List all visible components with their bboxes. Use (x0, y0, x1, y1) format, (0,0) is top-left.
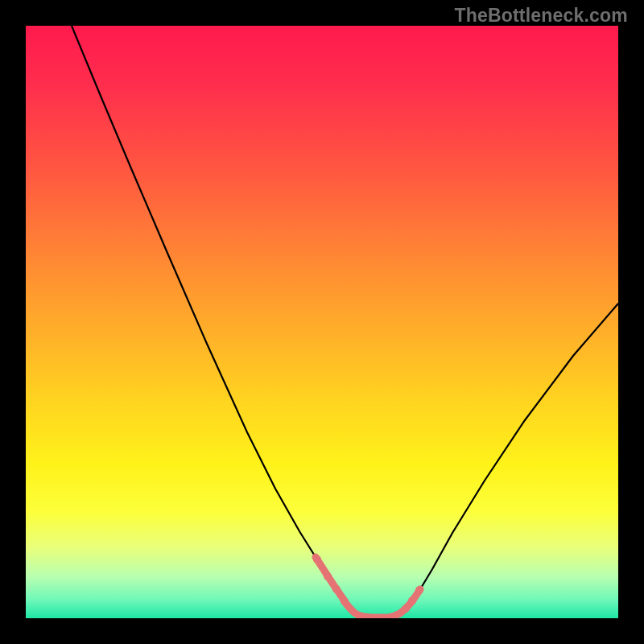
plot-area (26, 26, 618, 618)
marker-dot (324, 572, 332, 580)
marker-dot (408, 597, 416, 605)
bottleneck-curve (72, 26, 618, 617)
curve-layer (26, 26, 618, 618)
marker-dot (341, 597, 349, 605)
marker-dot (402, 605, 410, 613)
watermark-text: TheBottleneck.com (454, 5, 628, 27)
marker-dot (332, 585, 341, 593)
marker-dot (415, 586, 423, 594)
marker-dot (313, 555, 321, 564)
chart-stage: TheBottleneck.com (0, 0, 644, 644)
